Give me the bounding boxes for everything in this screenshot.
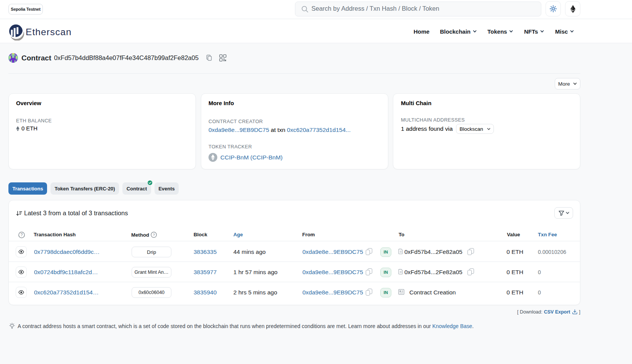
svg-text:?: ? [153,232,155,237]
svg-text:?: ? [21,233,23,237]
